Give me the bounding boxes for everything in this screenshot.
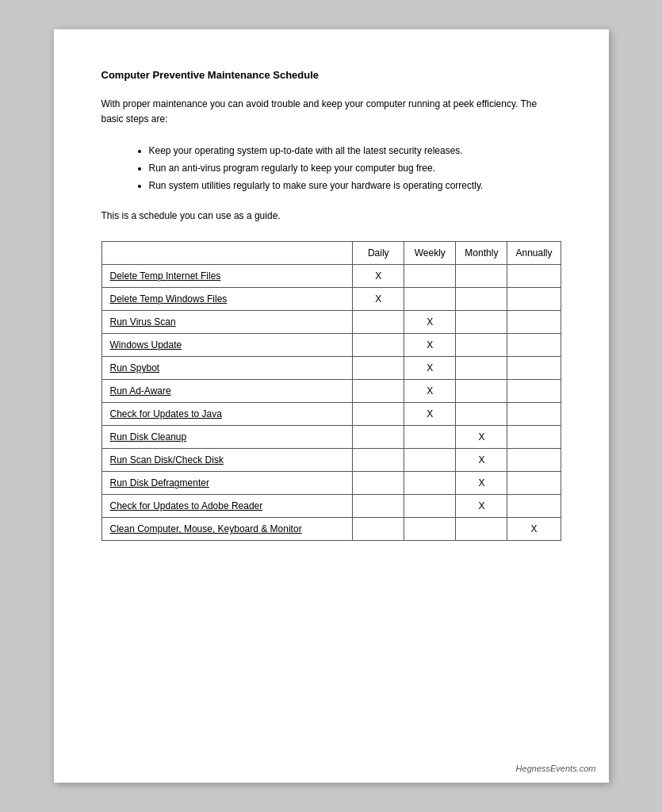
table-row: Clean Computer, Mouse, Keyboard & Monito… [101, 518, 561, 541]
monthly-cell: X [456, 426, 507, 449]
weekly-cell [404, 426, 456, 449]
daily-cell [353, 403, 404, 426]
annually-cell [507, 334, 561, 357]
table-row: Run Disk CleanupX [101, 426, 561, 449]
monthly-cell [456, 380, 507, 403]
annually-cell [507, 288, 561, 311]
annually-cell [507, 265, 561, 288]
bullet-item-3: Run system utilities regularly to make s… [149, 178, 561, 195]
task-cell: Run Virus Scan [101, 311, 353, 334]
monthly-cell [456, 311, 507, 334]
header-daily: Daily [353, 242, 404, 265]
table-row: Run Ad-AwareX [101, 380, 561, 403]
table-row: Check for Updates to JavaX [101, 403, 561, 426]
table-header-row: Daily Weekly Monthly Annually [101, 242, 561, 265]
table-row: Windows UpdateX [101, 334, 561, 357]
task-cell: Run Disk Defragmenter [101, 472, 353, 495]
daily-cell [353, 311, 404, 334]
daily-cell [353, 449, 404, 472]
weekly-cell [404, 518, 456, 541]
monthly-cell [456, 403, 507, 426]
task-cell: Run Scan Disk/Check Disk [101, 449, 353, 472]
weekly-cell [404, 449, 456, 472]
task-cell: Delete Temp Windows Files [101, 288, 353, 311]
table-row: Delete Temp Internet FilesX [101, 265, 561, 288]
task-cell: Check for Updates to Java [101, 403, 353, 426]
daily-cell [353, 495, 404, 518]
bullet-item-1: Keep your operating system up-to-date wi… [149, 143, 561, 160]
table-row: Run Scan Disk/Check DiskX [101, 449, 561, 472]
intro-text: With proper maintenance you can avoid tr… [101, 97, 561, 127]
header-weekly: Weekly [404, 242, 456, 265]
task-cell: Run Disk Cleanup [101, 426, 353, 449]
daily-cell: X [353, 288, 404, 311]
task-cell: Clean Computer, Mouse, Keyboard & Monito… [101, 518, 353, 541]
page-title: Computer Preventive Maintenance Schedule [101, 69, 561, 81]
daily-cell [353, 426, 404, 449]
annually-cell [507, 426, 561, 449]
task-cell: Delete Temp Internet Files [101, 265, 353, 288]
table-row: Delete Temp Windows FilesX [101, 288, 561, 311]
monthly-cell: X [456, 449, 507, 472]
monthly-cell [456, 334, 507, 357]
bullet-item-2: Run an anti-virus program regularly to k… [149, 160, 561, 178]
daily-cell [353, 357, 404, 380]
annually-cell [507, 403, 561, 426]
task-cell: Run Spybot [101, 357, 353, 380]
daily-cell [353, 518, 404, 541]
weekly-cell: X [404, 334, 456, 357]
page-container: Computer Preventive Maintenance Schedule… [54, 29, 609, 783]
header-monthly: Monthly [456, 242, 507, 265]
weekly-cell [404, 288, 456, 311]
weekly-cell [404, 495, 456, 518]
daily-cell [353, 472, 404, 495]
task-cell: Windows Update [101, 334, 353, 357]
annually-cell [507, 357, 561, 380]
table-row: Run Disk DefragmenterX [101, 472, 561, 495]
annually-cell [507, 311, 561, 334]
table-body: Delete Temp Internet FilesXDelete Temp W… [101, 265, 561, 541]
monthly-cell [456, 265, 507, 288]
daily-cell: X [353, 265, 404, 288]
weekly-cell: X [404, 380, 456, 403]
weekly-cell [404, 265, 456, 288]
annually-cell: X [507, 518, 561, 541]
table-row: Run SpybotX [101, 357, 561, 380]
schedule-table: Daily Weekly Monthly Annually Delete Tem… [101, 241, 561, 541]
daily-cell [353, 380, 404, 403]
annually-cell [507, 495, 561, 518]
task-cell: Check for Updates to Adobe Reader [101, 495, 353, 518]
annually-cell [507, 380, 561, 403]
monthly-cell [456, 518, 507, 541]
monthly-cell: X [456, 472, 507, 495]
guide-text: This is a schedule you can use as a guid… [101, 210, 561, 221]
header-task [101, 242, 353, 265]
task-cell: Run Ad-Aware [101, 380, 353, 403]
daily-cell [353, 334, 404, 357]
monthly-cell [456, 288, 507, 311]
table-row: Check for Updates to Adobe ReaderX [101, 495, 561, 518]
annually-cell [507, 449, 561, 472]
weekly-cell: X [404, 403, 456, 426]
table-row: Run Virus ScanX [101, 311, 561, 334]
header-annually: Annually [507, 242, 561, 265]
weekly-cell: X [404, 357, 456, 380]
monthly-cell: X [456, 495, 507, 518]
weekly-cell [404, 472, 456, 495]
watermark: HegnessEvents.com [516, 764, 596, 773]
annually-cell [507, 472, 561, 495]
monthly-cell [456, 357, 507, 380]
bullet-list: Keep your operating system up-to-date wi… [149, 143, 561, 194]
weekly-cell: X [404, 311, 456, 334]
